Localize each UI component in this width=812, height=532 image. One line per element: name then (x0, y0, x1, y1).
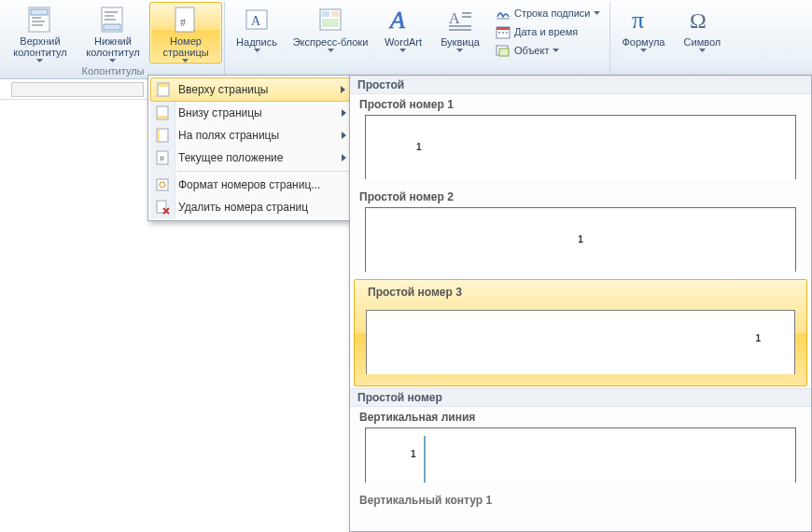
wordart-icon: A (388, 5, 418, 35)
chevron-down-icon (456, 49, 463, 52)
group-text: A Надпись Экспресс-блоки A WordArt (225, 2, 609, 75)
wordart-button[interactable]: A WordArt (374, 2, 432, 63)
symbol-button[interactable]: Ω Символ (674, 2, 730, 63)
chevron-down-icon (328, 49, 334, 52)
page-number-gallery: Простой Простой номер 1 1 Простой номер … (349, 75, 812, 532)
svg-rect-7 (104, 24, 120, 30)
svg-rect-39 (499, 49, 509, 56)
chevron-down-icon (36, 59, 43, 63)
svg-marker-24 (399, 49, 406, 52)
chevron-down-icon (254, 49, 260, 52)
svg-rect-10 (105, 19, 116, 21)
textbox-button[interactable]: A Надпись (227, 2, 287, 63)
gallery-item-label: Простой номер 1 (350, 94, 811, 115)
page-number-button-label: Номерстраницы (162, 35, 208, 58)
svg-marker-56 (342, 154, 346, 161)
omega-icon: Ω (687, 5, 717, 35)
dropcap-button[interactable]: A Буквица (432, 2, 488, 63)
chevron-down-icon (109, 59, 116, 63)
page-bottom-icon (154, 105, 171, 121)
gallery-section-simple: Простой (350, 76, 811, 94)
gallery-item-simple-3[interactable]: Простой номер 3 1 (354, 279, 807, 386)
dropcap-icon: A (445, 5, 475, 35)
svg-rect-21 (322, 19, 339, 27)
svg-text:#: # (180, 16, 186, 29)
menu-page-margins[interactable]: На полях страницы (150, 124, 352, 147)
gallery-preview: 1 (366, 310, 795, 374)
svg-marker-17 (254, 49, 260, 52)
menu-format-numbers[interactable]: Формат номеров страниц... (150, 174, 352, 196)
menu-remove-numbers[interactable]: Удалить номера страниц (150, 196, 352, 218)
svg-rect-3 (32, 21, 45, 22)
signature-line-button[interactable]: Строка подписи (492, 4, 604, 22)
menu-separator (176, 171, 350, 172)
svg-rect-26 (462, 12, 471, 14)
svg-marker-40 (553, 49, 559, 52)
svg-text:Ω: Ω (690, 8, 707, 33)
menu-top-of-page[interactable]: Вверху страницы (150, 77, 352, 102)
page-number-value: 1 (755, 333, 761, 343)
svg-rect-28 (449, 25, 471, 27)
menu-current-position[interactable]: # Текущее положение (150, 147, 352, 169)
svg-rect-35 (498, 32, 500, 34)
signature-icon (496, 6, 511, 21)
footer-button-label: Нижнийколонтитул (86, 35, 140, 58)
chevron-right-icon (342, 132, 346, 139)
svg-rect-19 (322, 11, 329, 17)
chevron-down-icon (399, 49, 406, 52)
date-time-button[interactable]: Дата и время (492, 22, 604, 41)
equation-button[interactable]: π Формула (612, 2, 674, 63)
group-label-headers: Колонтитулы (82, 63, 145, 77)
gallery-item-simple-1[interactable]: Простой номер 1 1 (350, 94, 811, 179)
svg-rect-1 (31, 9, 48, 15)
chevron-down-icon (594, 11, 600, 15)
textbox-label: Надпись (236, 36, 277, 48)
menu-label: Удалить номера страниц (178, 201, 308, 214)
svg-marker-5 (36, 59, 43, 63)
object-button[interactable]: Объект (492, 41, 604, 60)
dropcap-label: Буквица (441, 36, 480, 48)
svg-rect-29 (449, 29, 471, 31)
quickparts-button[interactable]: Экспресс-блоки (287, 2, 374, 63)
header-button[interactable]: Верхнийколонтитул (4, 2, 77, 63)
gallery-preview: 1 (365, 115, 796, 179)
ribbon: Верхнийколонтитул Нижнийколонтитул # Ном… (0, 0, 812, 79)
page-number-value: 1 (416, 142, 422, 152)
menu-bottom-of-page[interactable]: Внизу страницы (150, 102, 352, 124)
chevron-right-icon (342, 109, 346, 117)
remove-icon (154, 199, 171, 216)
group-headers-footers: Верхнийколонтитул Нижнийколонтитул # Ном… (2, 2, 225, 75)
svg-rect-46 (159, 84, 168, 87)
svg-rect-34 (497, 27, 510, 30)
svg-marker-11 (109, 59, 116, 63)
footer-button[interactable]: Нижнийколонтитул (77, 2, 149, 63)
svg-rect-27 (462, 16, 471, 18)
ruler[interactable] (0, 80, 149, 100)
svg-marker-42 (640, 49, 647, 52)
header-button-label: Верхнийколонтитул (13, 35, 67, 58)
textbox-icon: A (242, 5, 272, 35)
svg-rect-49 (158, 116, 167, 119)
gallery-item-vertical-contour[interactable]: Вертикальный контур 1 (350, 490, 811, 511)
chevron-right-icon (341, 86, 345, 93)
svg-text:A: A (388, 7, 405, 34)
chevron-right-icon (342, 154, 346, 161)
chevron-down-icon (182, 59, 189, 63)
page-number-value: 1 (578, 234, 583, 245)
menu-label: На полях страницы (178, 129, 279, 142)
gallery-preview: 1 (365, 207, 796, 272)
gallery-item-vertical-line[interactable]: Вертикальная линия 1 (350, 407, 811, 483)
svg-rect-37 (506, 32, 508, 34)
signature-label: Строка подписи (514, 7, 590, 19)
menu-label: Формат номеров страниц... (178, 178, 320, 191)
svg-rect-52 (158, 130, 160, 141)
menu-label: Текущее положение (178, 151, 283, 164)
svg-text:A: A (251, 14, 261, 28)
symbol-label: Символ (684, 36, 721, 48)
chevron-down-icon (553, 49, 559, 52)
svg-rect-8 (105, 11, 118, 13)
svg-marker-50 (342, 109, 346, 117)
gallery-item-simple-2[interactable]: Простой номер 2 1 (350, 187, 811, 272)
page-number-button[interactable]: # Номерстраницы (149, 2, 222, 63)
equation-label: Формула (622, 36, 665, 48)
